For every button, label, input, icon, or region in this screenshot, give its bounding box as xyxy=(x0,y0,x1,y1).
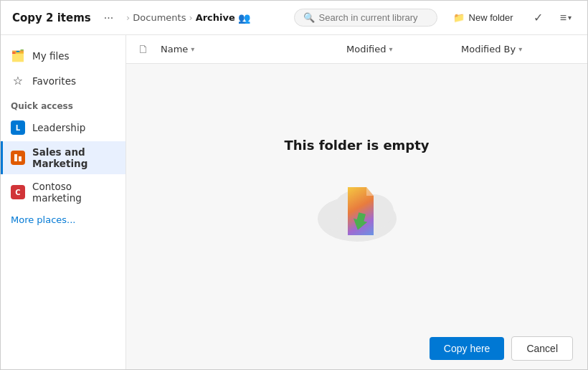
view-menu-button[interactable]: ≡ ▾ xyxy=(556,9,576,27)
page-title: Copy 2 items xyxy=(12,11,91,24)
breadcrumb-archive: Archive xyxy=(196,12,235,23)
sidebar-item-my-files[interactable]: 🗂️ My files xyxy=(1,44,125,67)
sidebar-item-contoso[interactable]: C Contoso marketing xyxy=(1,176,125,209)
new-folder-label: New folder xyxy=(469,12,513,23)
sidebar-item-favorites[interactable]: ☆ Favorites xyxy=(1,69,125,92)
sidebar-item-sales-marketing[interactable]: Sales and Marketing xyxy=(1,141,125,174)
file-icon: 🗋 xyxy=(138,42,149,56)
col-name-label: Name xyxy=(161,44,188,54)
col-modified-by-header[interactable]: Modified By ▾ xyxy=(461,44,576,54)
more-places-link[interactable]: More places... xyxy=(1,210,125,229)
contoso-avatar: C xyxy=(11,185,25,199)
my-files-label: My files xyxy=(32,50,70,62)
leadership-label: Leadership xyxy=(32,122,85,133)
breadcrumb: › Documents › Archive 👥 xyxy=(126,12,285,24)
favorites-icon: ☆ xyxy=(11,74,25,87)
col-name-header[interactable]: Name ▾ xyxy=(161,44,346,54)
sidebar-item-leadership[interactable]: L Leadership xyxy=(1,115,125,140)
empty-illustration xyxy=(310,167,404,253)
col-modified-label: Modified xyxy=(346,44,386,54)
col-check: 🗋 xyxy=(138,42,161,56)
modified-sort-icon: ▾ xyxy=(389,45,392,53)
search-input[interactable] xyxy=(319,12,428,23)
new-folder-button[interactable]: 📁 New folder xyxy=(446,9,521,27)
empty-illustration-svg xyxy=(310,167,404,253)
breadcrumb-sep1: › xyxy=(126,12,130,23)
empty-title: This folder is empty xyxy=(284,138,429,153)
leadership-avatar: L xyxy=(11,120,25,135)
breadcrumb-documents[interactable]: Documents xyxy=(133,12,186,23)
chevron-down-icon: ▾ xyxy=(568,14,572,22)
quick-access-label: Quick access xyxy=(1,94,125,114)
svg-rect-2 xyxy=(19,156,22,161)
svg-rect-1 xyxy=(14,154,17,161)
dots-menu-button[interactable]: ··· xyxy=(100,9,118,27)
sidebar: 🗂️ My files ☆ Favorites Quick access L L… xyxy=(1,35,126,369)
sales-marketing-label: Sales and Marketing xyxy=(32,146,115,169)
breadcrumb-share-icon: 👥 xyxy=(238,12,250,24)
checkmark-button[interactable]: ✓ xyxy=(529,8,547,27)
main-content: 🗋 Name ▾ Modified ▾ Modified By ▾ This f… xyxy=(126,35,587,369)
folder-add-icon: 📁 xyxy=(453,12,465,23)
table-header: 🗋 Name ▾ Modified ▾ Modified By ▾ xyxy=(126,35,587,64)
col-modified-header[interactable]: Modified ▾ xyxy=(346,44,461,54)
favorites-label: Favorites xyxy=(32,75,76,87)
contoso-label: Contoso marketing xyxy=(32,181,115,204)
body: 🗂️ My files ☆ Favorites Quick access L L… xyxy=(1,35,587,369)
name-sort-icon: ▾ xyxy=(191,45,194,53)
col-modified-by-label: Modified By xyxy=(461,44,516,54)
sales-marketing-avatar xyxy=(11,151,25,165)
empty-state: This folder is empty xyxy=(126,64,587,369)
header: Copy 2 items ··· › Documents › Archive 👥… xyxy=(1,1,587,35)
search-box: 🔍 xyxy=(294,9,437,27)
search-icon: 🔍 xyxy=(303,12,315,23)
breadcrumb-sep2: › xyxy=(189,12,192,23)
cancel-button[interactable]: Cancel xyxy=(511,336,573,361)
my-files-icon: 🗂️ xyxy=(11,49,25,62)
menu-icon: ≡ xyxy=(560,11,566,24)
copy-here-button[interactable]: Copy here xyxy=(430,337,505,360)
bottom-bar: Copy here Cancel xyxy=(415,328,587,369)
modified-by-sort-icon: ▾ xyxy=(518,45,522,53)
